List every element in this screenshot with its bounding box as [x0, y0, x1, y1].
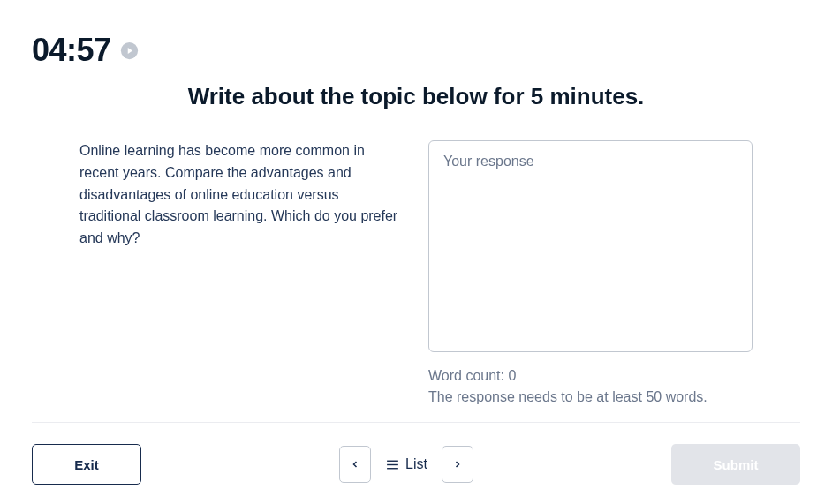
chevron-right-icon	[452, 457, 463, 471]
response-textarea[interactable]	[428, 140, 753, 352]
list-label: List	[405, 456, 427, 472]
instruction-heading: Write about the topic below for 5 minute…	[32, 83, 800, 110]
timer-display: 04:57	[32, 32, 111, 69]
next-button[interactable]	[442, 446, 473, 483]
list-button[interactable]: List	[383, 456, 429, 472]
prev-button[interactable]	[339, 446, 371, 483]
nav-group: List	[339, 446, 473, 483]
exit-button[interactable]: Exit	[32, 444, 141, 485]
word-count-label: Word count: 0	[428, 368, 753, 384]
timer-row: 04:57	[32, 32, 800, 69]
submit-button[interactable]: Submit	[671, 444, 800, 485]
list-icon	[385, 457, 400, 472]
min-words-label: The response needs to be at least 50 wor…	[428, 389, 753, 405]
chevron-left-icon	[350, 457, 360, 471]
play-icon[interactable]	[120, 41, 140, 60]
prompt-text: Online learning has become more common i…	[79, 140, 404, 250]
footer-bar: Exit List Submit	[32, 422, 800, 485]
